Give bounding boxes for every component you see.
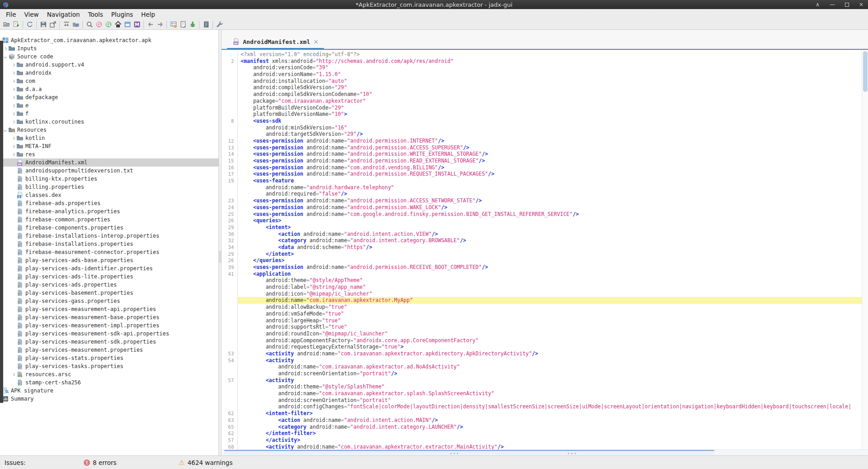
smali-preview-icon[interactable]: M xyxy=(132,20,142,29)
expand-arrow-icon[interactable] xyxy=(11,63,14,66)
tree-item-firebase-installations-interop-properties[interactable]: ?firebase-installations-interop.properti… xyxy=(0,232,218,240)
tree-item-play-services-measurement-impl-properties[interactable]: ?play-services-measurement-impl.properti… xyxy=(0,321,218,330)
text-search-icon[interactable] xyxy=(85,20,94,29)
log-viewer-icon[interactable] xyxy=(201,20,211,29)
tree-item-play-services-ads-base-properties[interactable]: ?play-services-ads-base.properties xyxy=(0,256,218,264)
code-line[interactable]: 57 </activity> xyxy=(222,437,862,444)
new-window-icon[interactable] xyxy=(123,20,132,29)
maximize-button[interactable] xyxy=(845,3,849,7)
code-line[interactable]: 68 <activity android:name="com.iraavanan… xyxy=(222,444,862,450)
tree-item-androidmanifest-xml[interactable]: MFAndroidManifest.xml xyxy=(0,158,218,167)
debugger-icon[interactable] xyxy=(188,20,197,29)
code-line[interactable]: 13 <uses-permission android:name="androi… xyxy=(222,144,862,151)
code-line[interactable]: android:allowBackup="true" xyxy=(222,304,862,311)
tree-item-meta-inf[interactable]: META-INF xyxy=(0,142,218,150)
code-line[interactable]: 54 <activity xyxy=(222,357,862,364)
expand-arrow-icon[interactable] xyxy=(11,112,14,115)
tree-item-firebase-installations-properties[interactable]: ?firebase-installations.properties xyxy=(0,240,218,248)
code-line[interactable]: android:theme="@style/AppTheme" xyxy=(222,277,862,284)
preview-document-icon[interactable] xyxy=(178,20,188,29)
code-line[interactable]: 30 <action android:name="android.intent.… xyxy=(222,231,862,238)
tree-item-kotlin[interactable]: kotlin xyxy=(0,134,218,142)
expand-arrow-icon[interactable] xyxy=(11,373,14,376)
code-view[interactable]: <?xml version="1.0" encoding="utf-8"?>2<… xyxy=(222,50,862,450)
collapse-arrow-icon[interactable] xyxy=(3,128,6,131)
tree-item-firebase-common-properties[interactable]: ?firebase-common.properties xyxy=(0,215,218,224)
code-line[interactable]: 8 <uses-sdk xyxy=(222,118,862,124)
nav-back-icon[interactable] xyxy=(146,20,155,29)
tree-item-billing-properties[interactable]: ?billing.properties xyxy=(0,183,218,191)
tree-item-d-a-a[interactable]: d.a.a xyxy=(0,85,218,93)
preferences-icon[interactable] xyxy=(215,20,224,29)
tree-scrollbar-thumb[interactable] xyxy=(0,41,3,403)
code-line[interactable]: android:name="com.iraavanan.apkextractor… xyxy=(222,390,862,397)
expand-arrow-icon[interactable] xyxy=(3,47,6,50)
tree-item-play-services-measurement-properties[interactable]: ?play-services-measurement.properties xyxy=(0,346,218,354)
menu-navigation[interactable]: Navigation xyxy=(43,10,84,19)
code-line[interactable]: 39 <uses-permission android:name="androi… xyxy=(222,264,862,271)
tree-item-androidx[interactable]: androidx xyxy=(0,69,218,77)
code-line[interactable]: 16 <uses-permission android:name="com.an… xyxy=(222,164,862,171)
tree-scrollbar[interactable] xyxy=(0,41,3,410)
code-line[interactable]: android:installLocation="auto" xyxy=(222,78,862,85)
code-line[interactable]: 12 <uses-permission android:name="androi… xyxy=(222,138,862,144)
code-line[interactable]: platformBuildVersionName="10"> xyxy=(222,111,862,118)
warnings-status[interactable]: ⚠ 4624 warnings xyxy=(179,456,232,469)
tree-item-play-services-ads-properties[interactable]: ?play-services-ads.properties xyxy=(0,281,218,289)
code-line[interactable]: 15 <uses-permission android:name="androi… xyxy=(222,158,862,164)
code-line[interactable]: platformBuildVersionCode="29" xyxy=(222,105,862,111)
save-all-icon[interactable] xyxy=(38,20,48,29)
code-line[interactable]: 26 <queries> xyxy=(222,217,862,224)
tree-item-apkextractor-com-iraavanan-apkextractor-apk[interactable]: ApkExtractor_com.iraavanan.apkextractor.… xyxy=(0,36,218,44)
tree-item-play-services-stats-properties[interactable]: ?play-services-stats.properties xyxy=(0,354,218,362)
code-line[interactable]: android:largeHeap="true" xyxy=(222,317,862,324)
menu-file[interactable]: File xyxy=(2,10,20,19)
code-line[interactable]: android:icon="@mipmap/ic_launcher" xyxy=(222,291,862,297)
tree-item-inputs[interactable]: Inputs xyxy=(0,44,218,53)
code-line[interactable]: android:versionName="1.15.0" xyxy=(222,71,862,78)
tab-close-icon[interactable]: × xyxy=(313,38,319,45)
tree-item-play-services-gass-properties[interactable]: ?play-services-gass.properties xyxy=(0,297,218,305)
tree-item-summary[interactable]: Summary xyxy=(0,395,218,403)
code-line[interactable]: 2<manifest xmlns:android="http://schemas… xyxy=(222,58,862,65)
tree-item-android-support-v4[interactable]: android.support.v4 xyxy=(0,61,218,69)
tree-item-play-services-ads-lite-properties[interactable]: ?play-services-ads-lite.properties xyxy=(0,273,218,281)
code-line[interactable]: android:roundIcon="@mipmap/ic_launcher" xyxy=(222,330,862,337)
code-line[interactable]: 24 <uses-permission android:name="androi… xyxy=(222,204,862,211)
code-line-highlighted[interactable]: android:name="com.iraavanan.apkextractor… xyxy=(222,297,862,304)
tree-item-res[interactable]: res xyxy=(0,150,218,158)
tree-item-firebase-analytics-properties[interactable]: ?firebase-analytics.properties xyxy=(0,207,218,215)
tree-item-kotlinx-coroutines[interactable]: kotlinx.coroutines xyxy=(0,118,218,126)
editor-hscroll-thumb[interactable]: ••• ••• xyxy=(224,450,714,455)
tree-item-f[interactable]: f xyxy=(0,110,218,118)
code-line[interactable]: 57 <activity xyxy=(222,377,862,384)
code-line[interactable]: android:minSdkVersion="16" xyxy=(222,124,862,131)
tree-item-resources-arsc[interactable]: resources.arsc xyxy=(0,370,218,378)
code-line[interactable]: android:name="android.hardware.telephony… xyxy=(222,184,862,191)
code-line[interactable]: android:compileSdkVersion="29" xyxy=(222,84,862,91)
code-line[interactable]: 41 <application xyxy=(222,271,862,278)
code-line[interactable]: 62 </intent-filter> xyxy=(222,430,862,437)
code-line[interactable]: 63 <action android:name="android.intent.… xyxy=(222,417,862,424)
tree-item-com[interactable]: com xyxy=(0,77,218,85)
code-line[interactable]: 25 <uses-permission android:name="com.go… xyxy=(222,211,862,218)
code-line[interactable]: android:supportsRtl="true" xyxy=(222,324,862,330)
code-line[interactable]: android:configChanges="fontScale|colorMo… xyxy=(222,403,862,410)
tree-item-play-services-measurement-sdk-properties[interactable]: ?play-services-measurement-sdk.propertie… xyxy=(0,338,218,346)
tree-item-e[interactable]: e xyxy=(0,101,218,110)
tree-item-play-services-basement-properties[interactable]: ?play-services-basement.properties xyxy=(0,289,218,297)
code-line[interactable]: 29 <intent> xyxy=(222,224,862,231)
collapse-button[interactable]: ∧ xyxy=(816,2,820,7)
sync-editor-icon[interactable] xyxy=(62,20,71,29)
reload-icon[interactable] xyxy=(25,20,34,29)
tree-item-defpackage[interactable]: defpackage xyxy=(0,93,218,101)
tree-item-play-services-tasks-properties[interactable]: ?play-services-tasks.properties xyxy=(0,362,218,370)
expand-arrow-icon[interactable] xyxy=(11,104,14,107)
splitter-grip[interactable] xyxy=(219,251,221,263)
code-line[interactable]: android:requestLegacyExternalStorage="tr… xyxy=(222,344,862,350)
flat-packages-icon[interactable] xyxy=(71,20,81,29)
code-line[interactable]: android:vmSafeMode="true" xyxy=(222,311,862,317)
tree-item-play-services-ads-identifier-properties[interactable]: ?play-services-ads-identifier.properties xyxy=(0,264,218,273)
code-line[interactable]: android:label="@string/app_name" xyxy=(222,284,862,291)
code-line[interactable]: android:compileSdkVersionCodename="10" xyxy=(222,91,862,98)
